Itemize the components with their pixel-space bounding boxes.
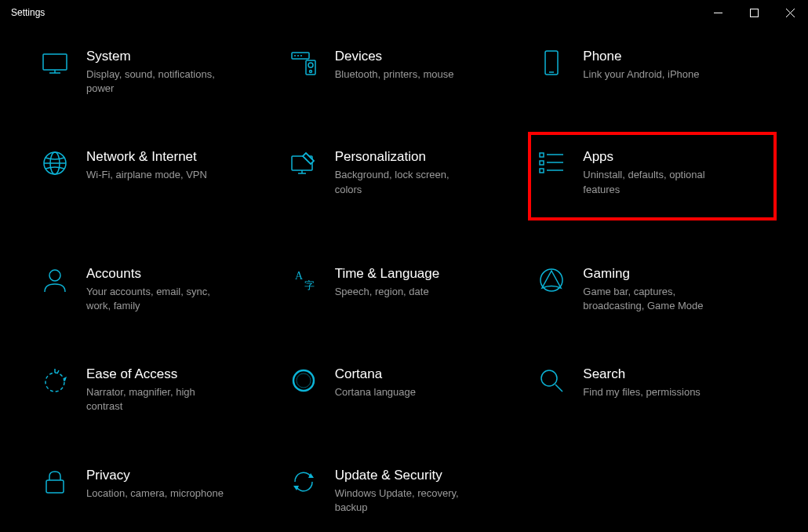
svg-rect-14	[545, 51, 558, 75]
tile-title: Accounts	[86, 266, 227, 282]
globe-icon	[41, 149, 69, 177]
tile-title: Ease of Access	[86, 366, 227, 382]
tile-title: Personalization	[335, 149, 476, 165]
tile-subtitle: Windows Update, recovery, backup	[335, 486, 476, 515]
svg-rect-4	[43, 54, 67, 70]
svg-point-35	[297, 373, 311, 388]
svg-rect-1	[750, 9, 758, 16]
tile-subtitle: Location, camera, microphone	[86, 486, 224, 501]
window-title: Settings	[11, 7, 45, 18]
tile-personalization[interactable]: Personalization Background, lock screen,…	[283, 144, 526, 217]
system-icon	[41, 49, 69, 77]
svg-line-37	[555, 384, 562, 392]
tile-title: Cortana	[335, 366, 416, 382]
tile-subtitle: Wi-Fi, airplane mode, VPN	[86, 168, 207, 182]
tile-title: System	[86, 49, 227, 64]
tile-time-language[interactable]: A字 Time & Language Speech, region, date	[283, 261, 526, 318]
tile-title: Search	[583, 366, 701, 382]
tile-title: Time & Language	[335, 266, 440, 282]
tile-title: Gaming	[583, 266, 724, 282]
svg-point-13	[309, 71, 311, 73]
svg-rect-22	[540, 153, 544, 157]
svg-point-28	[49, 270, 60, 281]
tile-title: Network & Internet	[86, 149, 207, 165]
window-controls	[700, 0, 808, 25]
svg-rect-23	[540, 161, 544, 165]
ease-of-access-icon	[41, 366, 69, 395]
tile-title: Devices	[335, 49, 454, 64]
gaming-icon	[537, 266, 566, 294]
titlebar: Settings	[0, 0, 808, 25]
tile-apps[interactable]: Apps Uninstall, defaults, optional featu…	[531, 135, 773, 217]
svg-point-36	[541, 370, 557, 386]
tile-title: Phone	[583, 49, 699, 64]
tile-title: Apps	[583, 149, 724, 165]
svg-text:字: 字	[304, 279, 315, 291]
tile-subtitle: Uninstall, defaults, optional features	[583, 168, 724, 196]
maximize-button[interactable]	[736, 0, 772, 25]
tile-subtitle: Game bar, captures, broadcasting, Game M…	[583, 285, 724, 313]
tile-subtitle: Narrator, magnifier, high contrast	[86, 385, 227, 414]
privacy-icon	[41, 468, 69, 496]
tile-title: Privacy	[86, 468, 224, 483]
svg-rect-24	[540, 169, 544, 173]
tile-phone[interactable]: Phone Link your Android, iPhone	[531, 44, 773, 100]
phone-icon	[537, 49, 566, 77]
tile-title: Update & Security	[335, 468, 476, 483]
tile-subtitle: Link your Android, iPhone	[583, 67, 699, 82]
minimize-button[interactable]	[700, 0, 736, 25]
tile-subtitle: Display, sound, notifications, power	[86, 67, 227, 96]
tile-cortana[interactable]: Cortana Cortana language	[283, 362, 526, 418]
cortana-icon	[289, 366, 318, 395]
personalization-icon	[289, 149, 318, 177]
settings-grid: System Display, sound, notifications, po…	[0, 25, 808, 519]
tile-subtitle: Bluetooth, printers, mouse	[335, 67, 454, 82]
svg-rect-38	[46, 480, 64, 493]
devices-icon	[289, 49, 318, 77]
close-button[interactable]	[772, 0, 808, 25]
tile-subtitle: Find my files, permissions	[583, 385, 701, 399]
search-icon	[537, 366, 566, 395]
tile-devices[interactable]: Devices Bluetooth, printers, mouse	[283, 44, 526, 100]
update-icon	[289, 468, 318, 496]
tile-update-security[interactable]: Update & Security Windows Update, recove…	[283, 463, 526, 519]
tile-subtitle: Speech, region, date	[335, 285, 440, 299]
tile-subtitle: Your accounts, email, sync, work, family	[86, 285, 227, 313]
apps-icon	[537, 149, 566, 177]
svg-point-32	[45, 373, 64, 392]
tile-subtitle: Background, lock screen, colors	[335, 168, 476, 196]
tile-network[interactable]: Network & Internet Wi-Fi, airplane mode,…	[35, 144, 277, 217]
tile-gaming[interactable]: Gaming Game bar, captures, broadcasting,…	[531, 261, 773, 318]
svg-text:A: A	[295, 270, 304, 282]
tile-privacy[interactable]: Privacy Location, camera, microphone	[35, 463, 277, 519]
time-language-icon: A字	[289, 266, 318, 294]
tile-search[interactable]: Search Find my files, permissions	[531, 362, 773, 418]
tile-system[interactable]: System Display, sound, notifications, po…	[35, 44, 277, 100]
tile-accounts[interactable]: Accounts Your accounts, email, sync, wor…	[35, 261, 277, 318]
svg-point-12	[308, 63, 313, 67]
tile-subtitle: Cortana language	[335, 385, 416, 399]
accounts-icon	[41, 266, 69, 294]
tile-ease-of-access[interactable]: Ease of Access Narrator, magnifier, high…	[35, 362, 277, 418]
